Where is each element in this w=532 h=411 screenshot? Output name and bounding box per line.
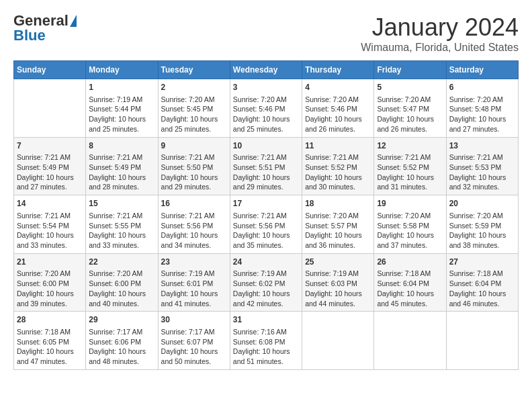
day-cell: 9Sunrise: 7:21 AM Sunset: 5:50 PM Daylig… — [158, 137, 230, 195]
day-number: 18 — [305, 198, 371, 210]
header-row: SundayMondayTuesdayWednesdayThursdayFrid… — [14, 61, 519, 79]
day-cell: 23Sunrise: 7:19 AM Sunset: 6:01 PM Dayli… — [158, 253, 230, 312]
day-cell: 30Sunrise: 7:17 AM Sunset: 6:07 PM Dayli… — [158, 312, 230, 370]
day-number: 7 — [17, 140, 83, 152]
day-info: Sunrise: 7:21 AM Sunset: 5:56 PM Dayligh… — [161, 211, 227, 250]
day-info: Sunrise: 7:21 AM Sunset: 5:55 PM Dayligh… — [89, 211, 154, 250]
day-number: 26 — [377, 257, 443, 268]
logo-triangle-icon — [70, 15, 77, 27]
day-info: Sunrise: 7:20 AM Sunset: 5:46 PM Dayligh… — [233, 95, 299, 134]
day-info: Sunrise: 7:17 AM Sunset: 6:07 PM Dayligh… — [161, 327, 227, 367]
calendar-subtitle: Wimauma, Florida, United States — [361, 42, 519, 54]
day-info: Sunrise: 7:21 AM Sunset: 5:50 PM Dayligh… — [161, 152, 227, 192]
day-number: 25 — [305, 257, 371, 268]
day-info: Sunrise: 7:18 AM Sunset: 6:04 PM Dayligh… — [449, 269, 515, 308]
day-cell — [302, 312, 374, 370]
column-header-sunday: Sunday — [14, 61, 86, 79]
day-number: 4 — [305, 82, 371, 93]
day-number: 20 — [449, 198, 515, 210]
day-info: Sunrise: 7:18 AM Sunset: 6:04 PM Dayligh… — [377, 269, 443, 308]
calendar-table: SundayMondayTuesdayWednesdayThursdayFrid… — [13, 60, 519, 370]
day-number: 22 — [89, 257, 154, 268]
day-number: 12 — [377, 140, 443, 152]
day-cell: 8Sunrise: 7:21 AM Sunset: 5:49 PM Daylig… — [86, 137, 158, 195]
day-info: Sunrise: 7:17 AM Sunset: 6:06 PM Dayligh… — [89, 327, 154, 367]
day-number: 17 — [233, 198, 299, 210]
day-info: Sunrise: 7:19 AM Sunset: 6:03 PM Dayligh… — [305, 269, 371, 308]
day-cell: 28Sunrise: 7:18 AM Sunset: 6:05 PM Dayli… — [14, 312, 86, 370]
day-number: 15 — [89, 198, 154, 210]
day-number: 29 — [89, 314, 154, 326]
day-info: Sunrise: 7:21 AM Sunset: 5:49 PM Dayligh… — [89, 152, 154, 192]
day-info: Sunrise: 7:20 AM Sunset: 6:00 PM Dayligh… — [89, 269, 154, 308]
day-cell: 2Sunrise: 7:20 AM Sunset: 5:45 PM Daylig… — [158, 79, 230, 138]
day-cell: 15Sunrise: 7:21 AM Sunset: 5:55 PM Dayli… — [86, 195, 158, 254]
day-cell: 7Sunrise: 7:21 AM Sunset: 5:49 PM Daylig… — [14, 137, 86, 195]
day-info: Sunrise: 7:21 AM Sunset: 5:49 PM Dayligh… — [17, 152, 83, 192]
day-number: 1 — [89, 82, 154, 93]
day-info: Sunrise: 7:20 AM Sunset: 5:48 PM Dayligh… — [449, 95, 515, 134]
day-cell: 26Sunrise: 7:18 AM Sunset: 6:04 PM Dayli… — [374, 253, 446, 312]
day-info: Sunrise: 7:18 AM Sunset: 6:05 PM Dayligh… — [17, 327, 83, 367]
day-number: 11 — [305, 140, 371, 152]
week-row-4: 21Sunrise: 7:20 AM Sunset: 6:00 PM Dayli… — [14, 253, 519, 312]
day-number: 13 — [449, 140, 515, 152]
day-cell: 12Sunrise: 7:21 AM Sunset: 5:52 PM Dayli… — [374, 137, 446, 195]
day-info: Sunrise: 7:21 AM Sunset: 5:51 PM Dayligh… — [233, 152, 299, 192]
day-number: 31 — [233, 314, 299, 326]
day-cell: 13Sunrise: 7:21 AM Sunset: 5:53 PM Dayli… — [446, 137, 518, 195]
week-row-2: 7Sunrise: 7:21 AM Sunset: 5:49 PM Daylig… — [14, 137, 519, 195]
day-number: 21 — [17, 257, 83, 268]
day-number: 9 — [161, 140, 227, 152]
day-number: 27 — [449, 257, 515, 268]
day-info: Sunrise: 7:19 AM Sunset: 5:44 PM Dayligh… — [89, 95, 154, 134]
day-cell: 3Sunrise: 7:20 AM Sunset: 5:46 PM Daylig… — [230, 79, 302, 138]
day-cell: 11Sunrise: 7:21 AM Sunset: 5:52 PM Dayli… — [302, 137, 374, 195]
day-cell: 6Sunrise: 7:20 AM Sunset: 5:48 PM Daylig… — [446, 79, 518, 138]
day-info: Sunrise: 7:21 AM Sunset: 5:54 PM Dayligh… — [17, 211, 83, 250]
day-cell: 31Sunrise: 7:16 AM Sunset: 6:08 PM Dayli… — [230, 312, 302, 370]
column-header-wednesday: Wednesday — [230, 61, 302, 79]
day-cell: 27Sunrise: 7:18 AM Sunset: 6:04 PM Dayli… — [446, 253, 518, 312]
day-cell: 5Sunrise: 7:20 AM Sunset: 5:47 PM Daylig… — [374, 79, 446, 138]
day-number: 10 — [233, 140, 299, 152]
column-header-thursday: Thursday — [302, 61, 374, 79]
day-info: Sunrise: 7:20 AM Sunset: 5:46 PM Dayligh… — [305, 95, 371, 134]
day-number: 14 — [17, 198, 83, 210]
day-number: 24 — [233, 257, 299, 268]
column-header-friday: Friday — [374, 61, 446, 79]
day-cell — [374, 312, 446, 370]
calendar-title: January 2024 — [361, 13, 519, 42]
page-header: General Blue January 2024 Wimauma, Flori… — [13, 13, 519, 54]
title-block: January 2024 Wimauma, Florida, United St… — [361, 13, 519, 54]
day-info: Sunrise: 7:16 AM Sunset: 6:08 PM Dayligh… — [233, 327, 299, 367]
day-info: Sunrise: 7:21 AM Sunset: 5:52 PM Dayligh… — [305, 152, 371, 192]
day-number: 8 — [89, 140, 154, 152]
day-cell: 14Sunrise: 7:21 AM Sunset: 5:54 PM Dayli… — [14, 195, 86, 254]
day-number: 16 — [161, 198, 227, 210]
logo-blue: Blue — [13, 28, 46, 43]
day-info: Sunrise: 7:19 AM Sunset: 6:02 PM Dayligh… — [233, 269, 299, 308]
day-cell: 10Sunrise: 7:21 AM Sunset: 5:51 PM Dayli… — [230, 137, 302, 195]
day-number: 3 — [233, 82, 299, 93]
day-info: Sunrise: 7:20 AM Sunset: 5:45 PM Dayligh… — [161, 95, 227, 134]
day-info: Sunrise: 7:20 AM Sunset: 5:47 PM Dayligh… — [377, 95, 443, 134]
column-header-saturday: Saturday — [446, 61, 518, 79]
week-row-5: 28Sunrise: 7:18 AM Sunset: 6:05 PM Dayli… — [14, 312, 519, 370]
day-cell — [14, 79, 86, 138]
week-row-3: 14Sunrise: 7:21 AM Sunset: 5:54 PM Dayli… — [14, 195, 519, 254]
day-info: Sunrise: 7:21 AM Sunset: 5:53 PM Dayligh… — [449, 152, 515, 192]
day-number: 19 — [377, 198, 443, 210]
day-cell: 16Sunrise: 7:21 AM Sunset: 5:56 PM Dayli… — [158, 195, 230, 254]
day-cell: 17Sunrise: 7:21 AM Sunset: 5:56 PM Dayli… — [230, 195, 302, 254]
day-cell: 1Sunrise: 7:19 AM Sunset: 5:44 PM Daylig… — [86, 79, 158, 138]
logo-general: General — [13, 13, 69, 28]
column-header-monday: Monday — [86, 61, 158, 79]
day-number: 23 — [161, 257, 227, 268]
day-cell: 18Sunrise: 7:20 AM Sunset: 5:57 PM Dayli… — [302, 195, 374, 254]
column-header-tuesday: Tuesday — [158, 61, 230, 79]
day-info: Sunrise: 7:20 AM Sunset: 6:00 PM Dayligh… — [17, 269, 83, 308]
day-info: Sunrise: 7:21 AM Sunset: 5:56 PM Dayligh… — [233, 211, 299, 250]
day-cell: 21Sunrise: 7:20 AM Sunset: 6:00 PM Dayli… — [14, 253, 86, 312]
day-info: Sunrise: 7:19 AM Sunset: 6:01 PM Dayligh… — [161, 269, 227, 308]
